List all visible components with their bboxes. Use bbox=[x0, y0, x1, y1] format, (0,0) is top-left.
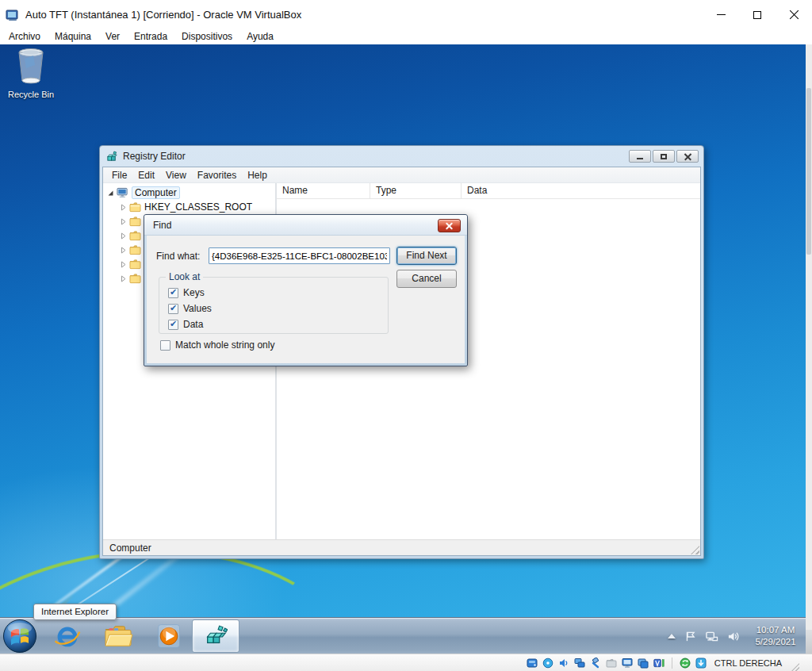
hard-disk-icon[interactable] bbox=[527, 658, 538, 669]
taskbar-explorer-button[interactable] bbox=[98, 620, 138, 652]
vm-vertical-scrollbar[interactable] bbox=[806, 44, 812, 654]
taskbar-regedit-button[interactable] bbox=[192, 619, 239, 653]
regedit-titlebar[interactable]: Registry Editor bbox=[100, 146, 703, 167]
column-header-type[interactable]: Type bbox=[370, 183, 462, 198]
find-what-input[interactable] bbox=[209, 247, 390, 264]
regedit-menubar: File Edit View Favorites Help bbox=[103, 167, 700, 183]
look-at-checkbox-2[interactable] bbox=[168, 320, 178, 330]
vbox-menu-maquina[interactable]: Máquina bbox=[48, 29, 98, 44]
network-icon[interactable] bbox=[705, 631, 718, 642]
regedit-maximize-button[interactable] bbox=[653, 150, 675, 163]
minimize-icon bbox=[637, 158, 643, 159]
find-dialog-close-button[interactable] bbox=[438, 219, 461, 232]
usb-icon[interactable] bbox=[590, 658, 601, 669]
internet-explorer-icon bbox=[53, 622, 82, 650]
vbox-menu-ver[interactable]: Ver bbox=[98, 29, 127, 44]
computer-icon bbox=[117, 187, 128, 198]
display-icon[interactable] bbox=[622, 658, 633, 669]
regedit-menu-help[interactable]: Help bbox=[242, 170, 273, 181]
look-at-checkbox-1[interactable] bbox=[168, 304, 178, 314]
tree-item-computer[interactable]: Computer bbox=[103, 186, 275, 200]
collapsed-arrow-icon[interactable] bbox=[120, 232, 127, 240]
maximize-icon bbox=[753, 11, 761, 19]
features-icon[interactable] bbox=[653, 658, 665, 669]
statusbar-separator bbox=[672, 658, 672, 669]
volume-icon[interactable] bbox=[727, 631, 740, 642]
shared-folders-icon[interactable] bbox=[606, 658, 617, 669]
minimize-icon bbox=[717, 14, 726, 15]
regedit-statusbar: Computer bbox=[103, 539, 700, 555]
collapsed-arrow-icon[interactable] bbox=[120, 218, 127, 225]
tree-label-computer[interactable]: Computer bbox=[132, 186, 180, 199]
vbox-titlebar[interactable]: Auto TFT (Instantánea 1) [Corriendo] - O… bbox=[0, 0, 812, 29]
regedit-menu-file[interactable]: File bbox=[106, 170, 132, 181]
look-at-option-data[interactable]: Data bbox=[168, 319, 203, 330]
tree-label-hkey-classes-root[interactable]: HKEY_CLASSES_ROOT bbox=[144, 201, 252, 213]
vbox-menu-dispositivos[interactable]: Dispositivos bbox=[174, 29, 239, 44]
folder-icon bbox=[129, 259, 141, 270]
vbox-window-title: Auto TFT (Instantánea 1) [Corriendo] - O… bbox=[25, 0, 301, 29]
recording-icon[interactable] bbox=[638, 658, 649, 669]
vbox-minimize-button[interactable] bbox=[703, 0, 739, 29]
folder-icon bbox=[129, 230, 141, 241]
resize-grip[interactable] bbox=[691, 546, 699, 554]
look-at-option-label: Data bbox=[183, 319, 203, 330]
look-at-label: Look at bbox=[166, 271, 203, 282]
folder-icon bbox=[129, 216, 141, 227]
look-at-option-keys[interactable]: Keys bbox=[168, 287, 205, 298]
regedit-minimize-button[interactable] bbox=[629, 150, 651, 163]
collapsed-arrow-icon[interactable] bbox=[120, 204, 127, 211]
taskbar-tooltip: Internet Explorer bbox=[33, 604, 117, 620]
regedit-close-button[interactable] bbox=[676, 150, 699, 163]
find-next-button[interactable]: Find Next bbox=[396, 247, 457, 265]
mouse-integration-icon[interactable] bbox=[680, 658, 691, 669]
find-dialog-titlebar[interactable]: Find bbox=[144, 215, 467, 236]
vbox-statusbar: CTRL DERECHA bbox=[0, 654, 812, 671]
look-at-option-values[interactable]: Values bbox=[168, 303, 212, 314]
find-dialog-title: Find bbox=[153, 220, 171, 231]
start-button[interactable] bbox=[2, 619, 37, 654]
look-at-checkbox-0[interactable] bbox=[168, 288, 178, 298]
scrollbar-down-button[interactable] bbox=[806, 630, 812, 654]
host-key-label: CTRL DERECHA bbox=[714, 658, 782, 668]
vbox-app-icon bbox=[6, 8, 20, 22]
regedit-menu-favorites[interactable]: Favorites bbox=[192, 170, 242, 181]
maximize-icon bbox=[661, 154, 667, 159]
tray-clock[interactable]: 10:07 AM 5/29/2021 bbox=[749, 624, 802, 648]
close-icon bbox=[684, 153, 691, 160]
show-hidden-icons-button[interactable] bbox=[668, 634, 676, 638]
vbox-maximize-button[interactable] bbox=[739, 0, 776, 29]
find-dialog: Find Find what: Find Next Cancel Look at… bbox=[144, 214, 468, 366]
vbox-menu-archivo[interactable]: Archivo bbox=[2, 29, 48, 44]
audio-icon[interactable] bbox=[558, 658, 569, 669]
taskbar-internet-explorer-button[interactable] bbox=[48, 620, 87, 652]
recycle-bin-desktop-icon[interactable]: Recycle Bin bbox=[5, 48, 57, 99]
vbox-menu-ayuda[interactable]: Ayuda bbox=[239, 29, 281, 44]
scrollbar-thumb[interactable] bbox=[806, 88, 811, 255]
tree-item-hkey-classes-root[interactable]: HKEY_CLASSES_ROOT bbox=[103, 200, 275, 214]
vbox-menu-entrada[interactable]: Entrada bbox=[127, 29, 174, 44]
expanded-arrow-icon[interactable] bbox=[107, 190, 114, 197]
column-header-name[interactable]: Name bbox=[277, 183, 370, 198]
vbox-resize-grip[interactable] bbox=[791, 663, 799, 671]
keyboard-capture-icon[interactable] bbox=[695, 658, 707, 669]
column-header-data[interactable]: Data bbox=[462, 183, 700, 198]
match-whole-checkbox[interactable] bbox=[160, 340, 170, 351]
folder-icon bbox=[129, 201, 141, 213]
find-what-label: Find what: bbox=[156, 251, 200, 262]
collapsed-arrow-icon[interactable] bbox=[120, 261, 127, 268]
collapsed-arrow-icon[interactable] bbox=[120, 275, 127, 282]
system-tray: 10:07 AM 5/29/2021 bbox=[668, 618, 802, 654]
vbox-close-button[interactable] bbox=[776, 0, 812, 29]
folder-icon bbox=[129, 273, 141, 284]
cancel-button[interactable]: Cancel bbox=[396, 270, 457, 288]
match-whole-option[interactable]: Match whole string only bbox=[160, 339, 274, 351]
match-whole-label: Match whole string only bbox=[175, 339, 274, 351]
optical-disc-icon[interactable] bbox=[542, 658, 553, 669]
collapsed-arrow-icon[interactable] bbox=[120, 247, 127, 254]
regedit-menu-view[interactable]: View bbox=[160, 170, 192, 181]
regedit-menu-edit[interactable]: Edit bbox=[132, 170, 160, 181]
action-center-flag-icon[interactable] bbox=[684, 631, 696, 642]
taskbar-media-player-button[interactable] bbox=[149, 620, 189, 652]
network-adapter-icon[interactable] bbox=[574, 658, 585, 669]
